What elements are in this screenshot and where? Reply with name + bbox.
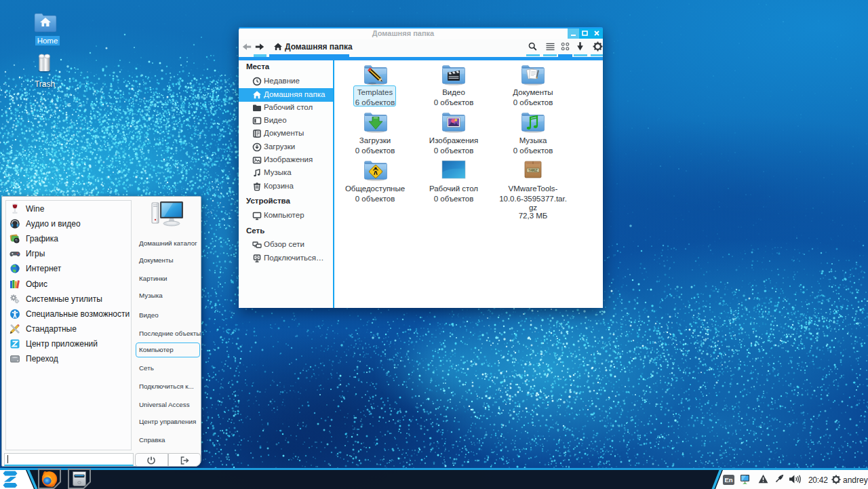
svg-text:TARGZ: TARGZ bbox=[528, 169, 538, 172]
